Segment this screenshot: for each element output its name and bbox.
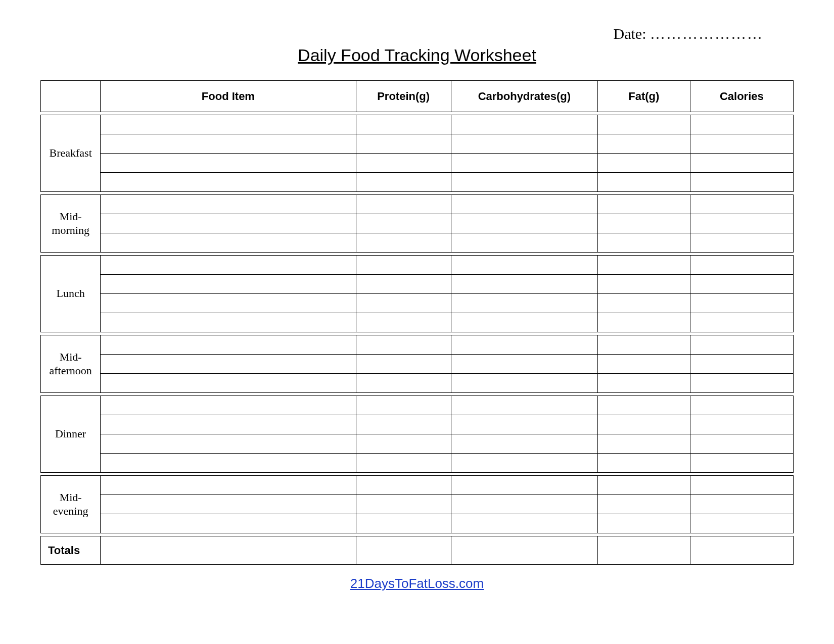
table-cell bbox=[451, 214, 597, 233]
table-cell bbox=[451, 434, 597, 454]
table-cell bbox=[597, 454, 690, 473]
table-cell bbox=[356, 154, 451, 173]
table-row: Breakfast bbox=[41, 115, 794, 134]
meal-label: Breakfast bbox=[41, 115, 101, 192]
table-cell bbox=[451, 476, 597, 495]
page-title: Daily Food Tracking Worksheet bbox=[40, 45, 794, 65]
table-cell bbox=[690, 374, 793, 393]
table-cell bbox=[356, 495, 451, 514]
table-cell bbox=[597, 256, 690, 275]
table-cell bbox=[451, 454, 597, 473]
table-cell bbox=[356, 233, 451, 253]
table-row: Dinner bbox=[41, 396, 794, 415]
table-cell bbox=[597, 355, 690, 374]
table-cell bbox=[451, 256, 597, 275]
table-row bbox=[41, 434, 794, 454]
table-cell bbox=[597, 476, 690, 495]
table-row bbox=[41, 154, 794, 173]
meal-label: Mid- morning bbox=[41, 195, 101, 253]
table-cell bbox=[451, 313, 597, 332]
table-row bbox=[41, 214, 794, 233]
table-cell bbox=[451, 134, 597, 154]
col-carbs-header: Carbohydrates(g) bbox=[451, 81, 597, 112]
table-cell bbox=[597, 335, 690, 355]
table-cell bbox=[690, 514, 793, 533]
table-cell bbox=[690, 415, 793, 434]
table-cell bbox=[101, 355, 356, 374]
table-cell bbox=[356, 294, 451, 313]
table-cell bbox=[451, 514, 597, 533]
table-row: Mid- evening bbox=[41, 476, 794, 495]
table-cell bbox=[451, 335, 597, 355]
table-body: BreakfastMid- morningLunchMid- afternoon… bbox=[41, 112, 794, 565]
table-cell bbox=[356, 313, 451, 332]
table-cell bbox=[451, 275, 597, 294]
totals-cell bbox=[101, 536, 356, 565]
table-cell bbox=[597, 173, 690, 192]
table-row bbox=[41, 454, 794, 473]
table-row bbox=[41, 134, 794, 154]
table-cell bbox=[690, 173, 793, 192]
table-cell bbox=[356, 256, 451, 275]
table-cell bbox=[451, 195, 597, 214]
meal-label: Lunch bbox=[41, 256, 101, 332]
table-cell bbox=[356, 134, 451, 154]
table-cell bbox=[451, 415, 597, 434]
table-cell bbox=[356, 173, 451, 192]
footer-link[interactable]: 21DaysToFatLoss.com bbox=[350, 576, 484, 591]
table-cell bbox=[451, 115, 597, 134]
date-line: Date: ………………… bbox=[40, 25, 794, 42]
table-cell bbox=[690, 396, 793, 415]
table-cell bbox=[597, 313, 690, 332]
table-cell bbox=[690, 355, 793, 374]
table-cell bbox=[356, 195, 451, 214]
table-cell bbox=[451, 173, 597, 192]
table-cell bbox=[451, 355, 597, 374]
table-cell bbox=[101, 434, 356, 454]
table-cell bbox=[356, 434, 451, 454]
table-cell bbox=[101, 396, 356, 415]
table-row bbox=[41, 514, 794, 533]
table-cell bbox=[451, 233, 597, 253]
table-cell bbox=[451, 154, 597, 173]
worksheet-page: Date: ………………… Daily Food Tracking Worksh… bbox=[0, 0, 834, 644]
table-cell bbox=[597, 275, 690, 294]
date-label: Date: bbox=[614, 25, 646, 42]
table-cell bbox=[101, 115, 356, 134]
table-cell bbox=[690, 335, 793, 355]
table-cell bbox=[356, 214, 451, 233]
date-blank: ………………… bbox=[650, 25, 763, 42]
table-cell bbox=[101, 335, 356, 355]
table-row bbox=[41, 374, 794, 393]
table-cell bbox=[597, 233, 690, 253]
table-cell bbox=[690, 495, 793, 514]
table-cell bbox=[101, 154, 356, 173]
table-cell bbox=[356, 454, 451, 473]
col-calories-header: Calories bbox=[690, 81, 793, 112]
table-cell bbox=[356, 396, 451, 415]
table-cell bbox=[690, 154, 793, 173]
table-cell bbox=[356, 476, 451, 495]
table-cell bbox=[690, 294, 793, 313]
table-header-row: Food Item Protein(g) Carbohydrates(g) Fa… bbox=[41, 81, 794, 112]
table-cell bbox=[597, 115, 690, 134]
table-row bbox=[41, 233, 794, 253]
table-cell bbox=[597, 396, 690, 415]
table-row bbox=[41, 294, 794, 313]
table-cell bbox=[101, 233, 356, 253]
table-cell bbox=[597, 195, 690, 214]
table-row: Lunch bbox=[41, 256, 794, 275]
tracking-table: Food Item Protein(g) Carbohydrates(g) Fa… bbox=[40, 80, 794, 565]
table-cell bbox=[690, 275, 793, 294]
table-cell bbox=[690, 115, 793, 134]
table-row bbox=[41, 415, 794, 434]
table-row bbox=[41, 173, 794, 192]
table-cell bbox=[451, 495, 597, 514]
table-cell bbox=[597, 495, 690, 514]
table-row bbox=[41, 313, 794, 332]
table-cell bbox=[101, 374, 356, 393]
table-row bbox=[41, 275, 794, 294]
col-protein-header: Protein(g) bbox=[356, 81, 451, 112]
table-row bbox=[41, 495, 794, 514]
table-cell bbox=[356, 514, 451, 533]
